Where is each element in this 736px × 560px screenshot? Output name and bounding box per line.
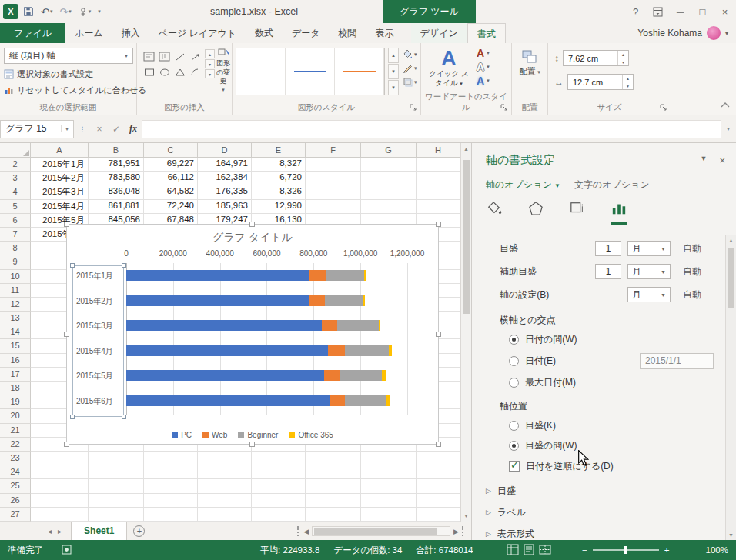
tab-file[interactable]: ファイル: [0, 23, 65, 43]
scroll-down-icon[interactable]: ▼: [726, 532, 736, 538]
pane-splitter[interactable]: [462, 526, 465, 536]
select-all-corner[interactable]: [0, 143, 31, 157]
cell[interactable]: [306, 508, 361, 522]
cell[interactable]: [306, 452, 361, 465]
minor-unit-value-input[interactable]: 1: [595, 264, 621, 279]
scroll-down-icon[interactable]: ▾: [205, 59, 215, 68]
bar-segment-Web[interactable]: [309, 295, 325, 306]
drag-handle-icon[interactable]: ⋮: [74, 125, 91, 133]
cell[interactable]: [306, 172, 361, 185]
row-header-27[interactable]: 27: [0, 508, 31, 522]
scroll-up-icon[interactable]: ▲: [461, 146, 471, 152]
max-date-option[interactable]: 最大日付(M): [500, 372, 721, 392]
cell[interactable]: [306, 185, 361, 199]
chart-handle[interactable]: [436, 222, 441, 227]
cell[interactable]: [361, 172, 417, 185]
chart-handle[interactable]: [249, 442, 255, 447]
column-header-C[interactable]: C: [144, 143, 198, 158]
legend-item-Office 365[interactable]: Office 365: [289, 431, 333, 439]
cell[interactable]: 162,384: [198, 172, 252, 185]
page-layout-view-icon[interactable]: [523, 544, 535, 555]
change-shape-button[interactable]: 図形の変更 ▾: [216, 48, 231, 94]
close-button[interactable]: ×: [714, 0, 736, 23]
tab-ページ レイアウト[interactable]: ページ レイアウト: [149, 23, 246, 43]
scroll-left-icon[interactable]: ◀: [303, 528, 309, 535]
bar-segment-Beginner[interactable]: [340, 370, 383, 381]
bar-segment-PC[interactable]: [126, 320, 322, 331]
cell[interactable]: [198, 479, 252, 493]
ellipse-shape-icon[interactable]: [157, 65, 172, 79]
cell[interactable]: [417, 479, 460, 493]
cell[interactable]: [144, 479, 198, 493]
legend-item-Web[interactable]: Web: [202, 431, 227, 439]
text-outline-button[interactable]: A▾: [477, 62, 490, 72]
bar-segment-Office 365[interactable]: [389, 345, 392, 356]
chart[interactable]: グラフ タイトル PCWebBeginnerOffice 365 0200,00…: [66, 224, 439, 445]
row-header-23[interactable]: 23: [0, 452, 31, 465]
scroll-up-icon[interactable]: ▴: [205, 49, 215, 58]
cell[interactable]: [417, 508, 460, 522]
bar-segment-Office 365[interactable]: [379, 320, 381, 331]
tab-splitter[interactable]: [297, 526, 300, 536]
between-dates-option[interactable]: 日付の間(W): [500, 329, 721, 349]
cell[interactable]: 2015年3月: [31, 185, 89, 199]
cell[interactable]: [198, 465, 252, 479]
crosses-date-input[interactable]: 2015/1/1: [640, 353, 714, 369]
triangle-shape-icon[interactable]: [172, 65, 187, 79]
chart-title[interactable]: グラフ タイトル: [67, 231, 438, 245]
cell[interactable]: [361, 452, 417, 465]
row-header-20[interactable]: 20: [0, 409, 31, 423]
cell[interactable]: [417, 465, 460, 479]
text-fill-button[interactable]: A▾: [477, 48, 490, 58]
zoom-slider[interactable]: [593, 549, 659, 551]
row-header-19[interactable]: 19: [0, 395, 31, 409]
bar-segment-Web[interactable]: [309, 270, 326, 281]
shape-outline-button[interactable]: ▾: [403, 63, 417, 73]
row-header-21[interactable]: 21: [0, 424, 31, 438]
row-header-22[interactable]: 22: [0, 438, 31, 452]
cell[interactable]: 12,990: [252, 200, 306, 214]
size-properties-icon[interactable]: [569, 201, 586, 225]
row-header-15[interactable]: 15: [0, 339, 31, 353]
pane-close-icon[interactable]: ×: [719, 155, 725, 166]
cell[interactable]: 176,335: [198, 185, 252, 199]
help-button[interactable]: ?: [624, 0, 647, 23]
chart-handle[interactable]: [249, 222, 255, 227]
cell[interactable]: [252, 479, 306, 493]
column-header-F[interactable]: F: [306, 143, 361, 158]
cell[interactable]: 66,112: [144, 172, 198, 185]
customize-qat-button[interactable]: ▾: [95, 7, 103, 16]
cell[interactable]: [144, 452, 198, 465]
pane-scrollbar[interactable]: ▲ ▼: [725, 235, 736, 540]
cell[interactable]: [361, 465, 417, 479]
radio-selected-icon[interactable]: [509, 335, 519, 345]
cell[interactable]: 783,580: [89, 172, 144, 185]
bar-segment-Web[interactable]: [322, 320, 337, 331]
column-header-D[interactable]: D: [198, 143, 252, 158]
category-axis-selection[interactable]: [72, 265, 124, 417]
next-sheet-icon[interactable]: ▸: [58, 527, 62, 535]
cell[interactable]: 64,582: [144, 185, 198, 199]
textbox-shape-icon[interactable]: [142, 49, 156, 64]
cell[interactable]: [417, 185, 460, 199]
status-average[interactable]: 平均: 224933.8: [260, 540, 319, 560]
width-stepper[interactable]: ▲▼: [622, 75, 633, 89]
tab-書式[interactable]: 書式: [467, 23, 506, 43]
bar-segment-Office 365[interactable]: [382, 370, 386, 381]
page-break-view-icon[interactable]: [539, 544, 551, 555]
tab-数式[interactable]: 数式: [246, 23, 283, 43]
cell[interactable]: 781,951: [89, 158, 144, 172]
name-box[interactable]: グラフ 15 ▾: [0, 120, 74, 138]
scroll-up-icon[interactable]: ▲: [726, 238, 736, 243]
selection-handle[interactable]: [70, 415, 75, 419]
scroll-right-icon[interactable]: ▶: [453, 528, 459, 535]
tab-表示[interactable]: 表示: [366, 23, 403, 43]
pane-options-icon[interactable]: ▼: [700, 155, 707, 166]
arrange-button[interactable]: 配置 ▾: [512, 49, 547, 77]
column-header-B[interactable]: B: [89, 143, 144, 158]
bar-segment-Web[interactable]: [328, 345, 345, 356]
effects-icon[interactable]: [527, 201, 544, 225]
scrollbar-thumb[interactable]: [314, 528, 437, 535]
zoom-in-button[interactable]: +: [664, 545, 670, 555]
zoom-out-button[interactable]: −: [582, 545, 587, 555]
